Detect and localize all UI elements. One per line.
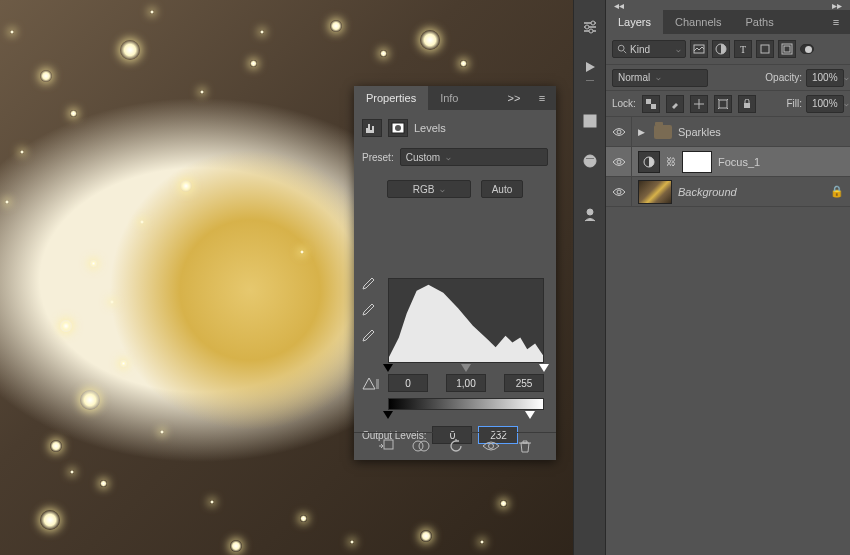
svg-point-5: [419, 441, 429, 451]
svg-point-9: [589, 29, 593, 33]
svg-rect-16: [761, 45, 769, 53]
layer-background[interactable]: Background 🔒: [606, 177, 850, 207]
opacity-value: 100%: [812, 72, 838, 83]
sliders-icon[interactable]: [581, 18, 599, 36]
layers-panel: ◂◂ ▸▸ Layers Channels Paths ≡ Kind ⌵ T N…: [606, 0, 850, 555]
lock-icon: 🔒: [830, 185, 844, 198]
filter-smart-icon[interactable]: [778, 40, 796, 58]
toggle-visibility-icon[interactable]: [482, 440, 500, 454]
blend-mode-value: Normal: [618, 72, 650, 83]
filter-toggle[interactable]: [800, 44, 814, 54]
fill-label: Fill:: [786, 98, 802, 109]
tab-channels[interactable]: Channels: [663, 10, 733, 34]
svg-rect-19: [646, 99, 651, 104]
svg-rect-20: [651, 104, 656, 109]
tab-paths[interactable]: Paths: [734, 10, 786, 34]
fill-value: 100%: [812, 98, 838, 109]
input-white-field[interactable]: [504, 374, 544, 392]
levels-histogram-icon: [362, 119, 382, 137]
auto-button[interactable]: Auto: [481, 180, 523, 198]
reset-icon[interactable]: [448, 439, 464, 455]
layer-name: Focus_1: [718, 156, 760, 168]
play-icon[interactable]: [581, 58, 599, 76]
auto-label: Auto: [492, 184, 513, 195]
svg-rect-10: [584, 115, 596, 127]
opacity-field[interactable]: 100%⌵: [806, 69, 844, 87]
svg-point-23: [617, 130, 621, 134]
layer-thumbnail[interactable]: [638, 180, 672, 204]
delete-adjustment-icon[interactable]: [518, 439, 532, 455]
svg-point-8: [585, 25, 589, 29]
preset-label: Preset:: [362, 152, 394, 163]
svg-rect-18: [784, 46, 790, 52]
gray-eyedropper-icon[interactable]: [360, 302, 376, 318]
properties-menu-icon[interactable]: ≡: [528, 92, 556, 104]
person-icon[interactable]: [581, 206, 599, 224]
fill-field[interactable]: 100%⌵: [806, 95, 844, 113]
separator: [586, 158, 594, 159]
input-black-slider[interactable]: [383, 364, 393, 372]
view-previous-icon[interactable]: [412, 439, 430, 455]
filter-pixel-icon[interactable]: [690, 40, 708, 58]
link-icon[interactable]: ⛓: [666, 156, 676, 167]
chevron-right-icon[interactable]: ▶: [638, 127, 648, 137]
channel-dropdown[interactable]: RGB⌵: [387, 180, 471, 198]
properties-collapse-icon[interactable]: >>: [500, 92, 528, 104]
lock-position-icon[interactable]: [690, 95, 708, 113]
layer-mask-thumb[interactable]: [682, 151, 712, 173]
lock-all-icon[interactable]: [738, 95, 756, 113]
channel-value: RGB: [413, 184, 435, 195]
preset-dropdown[interactable]: Custom⌵: [400, 148, 548, 166]
lock-artboard-icon[interactable]: [714, 95, 732, 113]
panel-collapse-right-icon[interactable]: ▸▸: [832, 0, 842, 11]
collapsed-panel-dock: [573, 0, 606, 555]
adjustment-icon: [638, 151, 660, 173]
visibility-toggle[interactable]: [612, 187, 626, 197]
input-mid-slider[interactable]: [461, 364, 471, 372]
clip-warning-icon[interactable]: [362, 376, 380, 394]
svg-point-26: [617, 190, 621, 194]
svg-rect-21: [719, 100, 727, 108]
output-white-slider[interactable]: [525, 411, 535, 419]
output-black-slider[interactable]: [383, 411, 393, 419]
filter-type-icon[interactable]: T: [734, 40, 752, 58]
lock-paint-icon[interactable]: [666, 95, 684, 113]
opacity-label: Opacity:: [765, 72, 802, 83]
folder-icon: [654, 125, 672, 139]
white-eyedropper-icon[interactable]: [360, 328, 376, 344]
svg-point-12: [587, 209, 593, 215]
layer-list: ▶ Sparkles ⛓ Focus_1 Background 🔒: [606, 116, 850, 207]
input-white-slider[interactable]: [539, 364, 549, 372]
panel-collapse-left-icon[interactable]: ◂◂: [614, 0, 624, 11]
clip-to-layer-icon[interactable]: [378, 439, 394, 455]
svg-point-13: [618, 45, 624, 51]
layer-name: Background: [678, 186, 737, 198]
levels-histogram: [388, 278, 544, 363]
visibility-toggle[interactable]: [612, 127, 626, 137]
blend-mode-dropdown[interactable]: Normal⌵: [612, 69, 708, 87]
layer-group-sparkles[interactable]: ▶ Sparkles: [606, 117, 850, 147]
visibility-toggle[interactable]: [612, 157, 626, 167]
properties-panel: Properties Info >> ≡ Levels Preset: Cust…: [354, 86, 556, 460]
panel-icon-1[interactable]: [581, 112, 599, 130]
filter-adjust-icon[interactable]: [712, 40, 730, 58]
lock-transparent-icon[interactable]: [642, 95, 660, 113]
svg-rect-2: [376, 379, 379, 389]
svg-rect-3: [384, 440, 393, 449]
layers-menu-icon[interactable]: ≡: [822, 16, 850, 28]
layer-filter-label: Kind: [630, 44, 650, 55]
svg-point-1: [395, 125, 401, 131]
tab-properties[interactable]: Properties: [354, 86, 428, 110]
layer-filter-kind[interactable]: Kind ⌵: [612, 40, 686, 58]
tab-layers[interactable]: Layers: [606, 10, 663, 34]
input-black-field[interactable]: [388, 374, 428, 392]
tab-info[interactable]: Info: [428, 86, 470, 110]
info-icon[interactable]: [581, 152, 599, 170]
black-eyedropper-icon[interactable]: [360, 276, 376, 292]
svg-point-7: [591, 21, 595, 25]
layer-adjust-focus1[interactable]: ⛓ Focus_1: [606, 147, 850, 177]
input-mid-field[interactable]: [446, 374, 486, 392]
filter-shape-icon[interactable]: [756, 40, 774, 58]
svg-point-6: [489, 443, 494, 448]
layer-name: Sparkles: [678, 126, 721, 138]
